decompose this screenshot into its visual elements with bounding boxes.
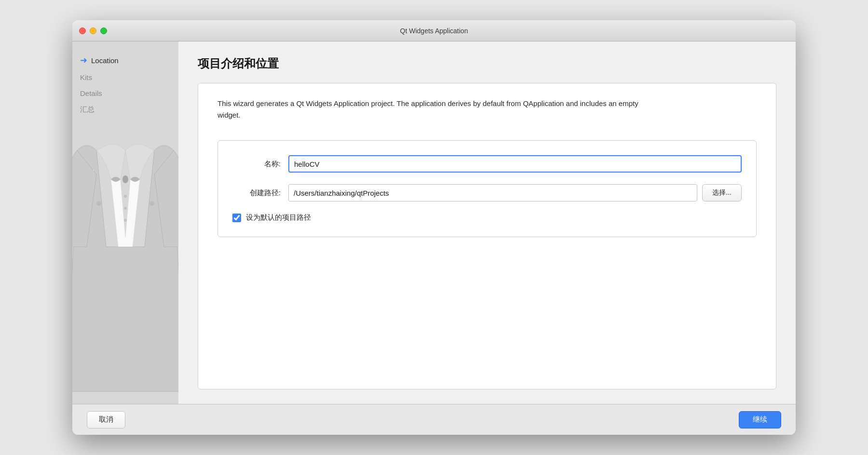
name-row: 名称: <box>232 155 742 173</box>
sidebar-item-kits-label: Kits <box>80 73 92 81</box>
choose-button[interactable]: 选择... <box>702 184 742 201</box>
svg-point-4 <box>96 201 101 206</box>
sidebar-item-kits[interactable]: Kits <box>72 69 178 85</box>
content-area: 项目介绍和位置 This wizard generates a Qt Widge… <box>178 41 796 404</box>
checkbox-label: 设为默认的项目路径 <box>246 213 311 222</box>
arrow-icon: ➜ <box>80 55 87 66</box>
svg-point-3 <box>124 219 127 222</box>
svg-point-2 <box>124 207 127 210</box>
page-title: 项目介绍和位置 <box>198 56 776 71</box>
maximize-button[interactable] <box>100 27 107 34</box>
bottom-bar: 取消 继续 <box>72 404 796 435</box>
sidebar-item-details-label: Details <box>80 89 102 97</box>
form-section: 名称: 创建路径: 选择... 设为默认的项目路径 <box>217 140 757 237</box>
svg-point-1 <box>124 195 127 198</box>
cancel-button[interactable]: 取消 <box>87 411 125 428</box>
continue-button[interactable]: 继续 <box>739 411 781 428</box>
sidebar-item-location-label: Location <box>91 56 119 65</box>
sidebar-item-summary[interactable]: 汇总 <box>72 101 178 118</box>
default-path-checkbox[interactable] <box>232 214 241 222</box>
titlebar: Qt Widgets Application <box>72 20 796 41</box>
sidebar-item-location[interactable]: ➜ Location <box>72 51 178 69</box>
path-input-wrapper: 选择... <box>288 184 742 201</box>
minimize-button[interactable] <box>90 27 96 34</box>
sidebar-nav: ➜ Location Kits Details 汇总 <box>72 41 178 118</box>
main-window: Qt Widgets Application <box>72 20 796 435</box>
path-label: 创建路径: <box>232 188 281 198</box>
path-input[interactable] <box>288 184 697 201</box>
window-title: Qt Widgets Application <box>400 27 468 35</box>
traffic-lights <box>79 27 107 34</box>
content-panel: This wizard generates a Qt Widgets Appli… <box>198 83 776 389</box>
sidebar-item-summary-label: 汇总 <box>80 105 95 114</box>
sidebar: ➜ Location Kits Details 汇总 <box>72 41 178 404</box>
main-content: ➜ Location Kits Details 汇总 项目介绍和位置 <box>72 41 796 404</box>
svg-point-0 <box>122 175 128 183</box>
checkbox-row: 设为默认的项目路径 <box>232 213 742 222</box>
path-row: 创建路径: 选择... <box>232 184 742 201</box>
name-label: 名称: <box>232 160 281 169</box>
sidebar-item-details[interactable]: Details <box>72 85 178 101</box>
close-button[interactable] <box>79 27 86 34</box>
svg-point-5 <box>149 201 154 206</box>
name-input[interactable] <box>288 155 742 173</box>
description-text: This wizard generates a Qt Widgets Appli… <box>217 98 651 121</box>
